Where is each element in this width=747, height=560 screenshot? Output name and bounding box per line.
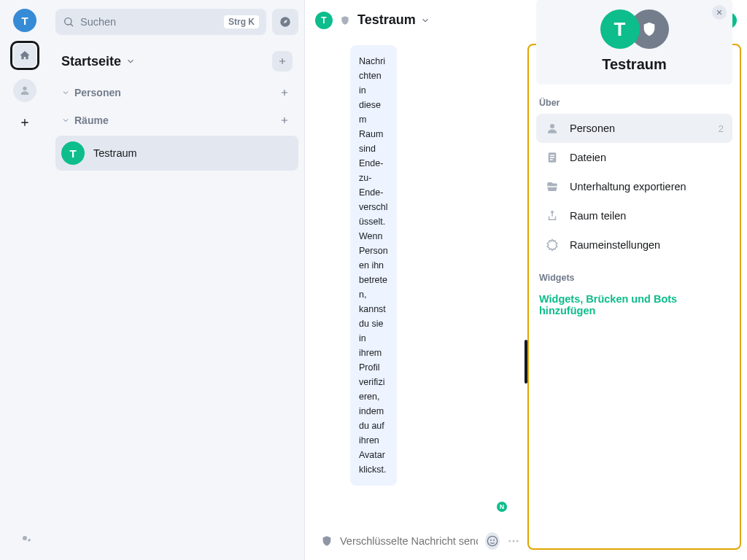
room-item[interactable]: T Testraum [55,136,298,171]
menu-share-label: Raum teilen [570,210,724,222]
user-avatar[interactable]: T [13,9,36,32]
room-header-name: Testraum [357,12,416,28]
rooms-label: Räume [74,114,109,126]
person-icon [546,122,559,135]
room-info-avatar: T [600,9,640,49]
compass-icon [279,15,292,28]
svg-point-10 [490,540,492,541]
plus-icon [279,115,290,125]
svg-point-1 [65,18,71,25]
emoji-icon [487,535,498,547]
chevron-down-icon [61,88,70,97]
search-box[interactable]: Suchen Strg K [55,9,266,35]
search-icon [63,16,74,28]
svg-point-11 [493,540,495,541]
svg-point-0 [23,87,26,90]
explore-button[interactable] [272,9,298,35]
shield-icon [340,15,350,26]
menu-files[interactable]: Dateien [536,143,732,172]
about-label: Über [539,98,732,108]
person-icon [19,85,31,96]
rail-people-button[interactable] [13,79,36,102]
chevron-down-icon [61,116,70,125]
room-avatar: T [61,141,85,165]
menu-settings-label: Raumeinstellungen [570,239,724,251]
rail-settings-button[interactable] [10,524,39,553]
emoji-button[interactable] [485,532,500,550]
home-title-text: Startseite [61,54,121,69]
room-name: Testraum [93,147,137,159]
composer-input[interactable] [340,535,478,547]
svg-point-12 [508,540,511,542]
svg-point-17 [551,244,554,247]
plus-icon [19,117,31,128]
svg-point-9 [487,536,497,545]
more-icon [507,534,520,548]
shield-icon [641,21,657,37]
menu-people-count: 2 [719,123,724,134]
message-composer [305,522,527,560]
room-info-name: Testraum [602,56,667,73]
file-icon [546,151,559,164]
room-info-panel: T Testraum Über Personen 2 Dateien [527,44,741,550]
widgets-label: Widgets [539,273,732,283]
menu-people-label: Personen [570,122,708,134]
left-panel: Suchen Strg K Startseite Personen [50,0,304,560]
widgets-add-link[interactable]: Widgets, Brücken und Bots hinzufügen [536,289,732,321]
timeline: Nachrichten in diesem Raum sind Ende-zu-… [305,41,527,560]
room-info-header: T Testraum [536,0,732,85]
share-icon [546,209,559,222]
chevron-down-icon [125,56,136,66]
home-icon [19,50,31,61]
svg-point-13 [513,540,515,542]
room-header-title[interactable]: Testraum [357,12,430,28]
shield-icon [321,535,333,547]
main-area: T Testraum Nachrichten in dies [304,0,747,560]
plus-icon [277,56,287,66]
gear-icon [546,238,559,252]
menu-people[interactable]: Personen 2 [536,114,732,143]
people-section-header[interactable]: Personen [55,79,298,106]
e2e-notice: Nachrichten in diesem Raum sind Ende-zu-… [350,45,397,486]
rooms-section-header[interactable]: Räume [55,106,298,134]
menu-export-label: Unterhaltung exportieren [570,181,724,192]
people-label: Personen [74,87,121,98]
rooms-add-button[interactable] [276,112,293,128]
search-placeholder: Suchen [80,16,218,28]
menu-share[interactable]: Raum teilen [536,201,732,230]
export-icon [546,180,559,193]
people-add-button[interactable] [276,85,293,101]
room-header-avatar[interactable]: T [315,12,333,29]
menu-files-label: Dateien [570,152,724,163]
menu-export[interactable]: Unterhaltung exportieren [536,172,732,201]
read-receipt-badge[interactable]: N [497,502,507,512]
rail-home-button[interactable] [10,41,39,70]
menu-settings[interactable]: Raumeinstellungen [536,230,732,260]
home-add-button[interactable] [272,51,293,71]
svg-point-14 [516,540,519,542]
close-panel-button[interactable] [712,5,727,20]
gear-icon [18,532,31,545]
chevron-down-icon [420,15,430,26]
home-title[interactable]: Startseite [61,54,136,69]
more-button[interactable] [507,534,520,548]
close-icon [716,9,723,16]
svg-point-15 [550,124,554,128]
space-rail: T [0,0,50,560]
search-shortcut: Strg K [224,15,259,28]
plus-icon [279,88,290,98]
rail-add-button[interactable] [13,111,36,134]
